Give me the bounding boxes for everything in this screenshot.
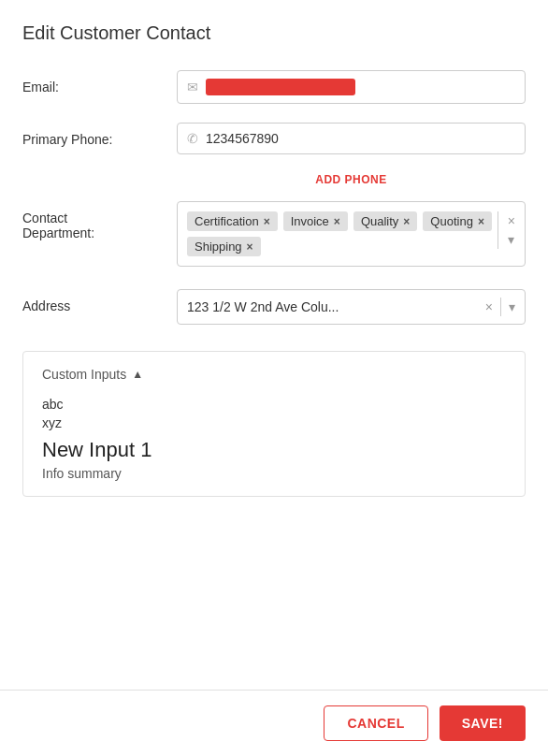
phone-label: Primary Phone:	[22, 123, 177, 147]
multiselect-divider	[498, 211, 498, 249]
tag-label: Certification	[195, 214, 259, 228]
cancel-button[interactable]: CANCEL	[324, 705, 427, 741]
bottom-bar: CANCEL SAVE!	[0, 690, 548, 756]
save-button[interactable]: SAVE!	[440, 705, 526, 741]
add-phone-button[interactable]: ADD PHONE	[177, 173, 526, 186]
phone-value: 1234567890	[206, 131, 515, 146]
page-title: Edit Customer Contact	[22, 22, 526, 44]
tag-label: Invoice	[291, 214, 329, 228]
tag-label: Quoting	[430, 214, 473, 228]
address-actions: × ▾	[485, 298, 515, 316]
contact-dept-field[interactable]: Certification × Invoice × Quality × Quot…	[177, 201, 526, 267]
tag-certification[interactable]: Certification ×	[187, 211, 278, 231]
custom-value-1: abc	[42, 397, 506, 412]
email-label: Email:	[22, 70, 177, 94]
multiselect-actions: × ▾	[508, 211, 515, 247]
tags-area: Certification × Invoice × Quality × Quot…	[187, 211, 494, 256]
multiselect-clear-icon[interactable]: ×	[508, 213, 515, 228]
tag-label: Quality	[361, 214, 398, 228]
address-value: 123 1/2 W 2nd Ave Colu...	[187, 299, 485, 314]
contact-dept-label: Contact Department:	[22, 201, 177, 240]
custom-inputs-chevron-icon: ▲	[132, 368, 143, 381]
tag-remove-invoice[interactable]: ×	[334, 215, 340, 228]
tag-quality[interactable]: Quality ×	[353, 211, 417, 231]
tag-label: Shipping	[195, 240, 242, 254]
tag-quoting[interactable]: Quoting ×	[423, 211, 492, 231]
address-field[interactable]: 123 1/2 W 2nd Ave Colu... × ▾	[177, 289, 526, 325]
multiselect-chevron-icon[interactable]: ▾	[508, 232, 514, 247]
custom-inputs-section: Custom Inputs ▲ abc xyz New Input 1 Info…	[22, 351, 526, 497]
new-input-label: New Input 1	[42, 438, 506, 462]
address-clear-icon[interactable]: ×	[485, 299, 493, 314]
address-divider	[500, 298, 501, 316]
tag-invoice[interactable]: Invoice ×	[283, 211, 348, 231]
custom-inputs-header[interactable]: Custom Inputs ▲	[42, 367, 506, 382]
custom-value-2: xyz	[42, 415, 506, 430]
email-icon: ✉	[187, 80, 198, 94]
tag-remove-shipping[interactable]: ×	[247, 240, 253, 254]
phone-field[interactable]: ✆ 1234567890	[177, 123, 526, 154]
phone-icon: ✆	[187, 131, 198, 146]
new-input-desc: Info summary	[42, 466, 506, 481]
phone-row: Primary Phone: ✆ 1234567890	[22, 123, 526, 154]
email-field[interactable]: ✉	[177, 70, 526, 104]
tag-shipping[interactable]: Shipping ×	[187, 237, 261, 256]
contact-dept-row: Contact Department: Certification × Invo…	[22, 201, 526, 267]
address-row: Address 123 1/2 W 2nd Ave Colu... × ▾	[22, 289, 526, 325]
custom-inputs-label: Custom Inputs	[42, 367, 126, 382]
address-chevron-icon[interactable]: ▾	[509, 299, 515, 314]
tag-remove-quoting[interactable]: ×	[478, 215, 484, 228]
tag-remove-quality[interactable]: ×	[403, 215, 410, 228]
email-redacted-value	[206, 79, 355, 95]
email-row: Email: ✉	[22, 70, 526, 104]
address-label: Address	[22, 289, 177, 313]
tag-remove-certification[interactable]: ×	[264, 215, 270, 228]
